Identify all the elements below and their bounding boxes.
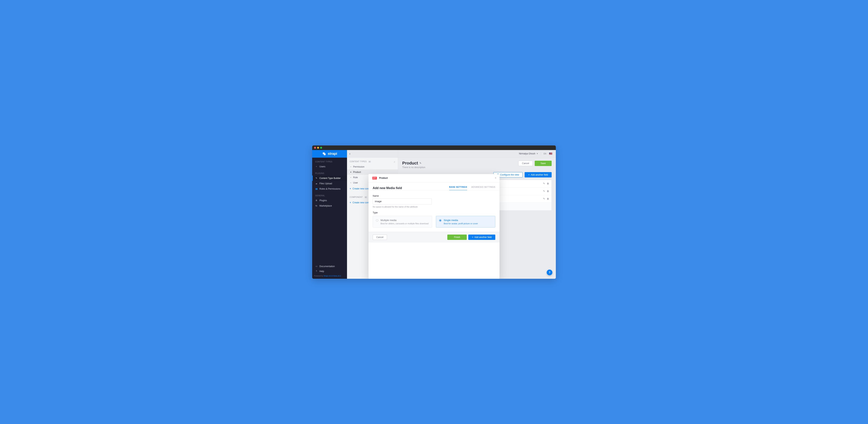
back-chevron-icon[interactable]: ‹ [349,152,350,156]
sidebar-item-label: Users [319,165,325,168]
modal-tabs: BASE SETTINGS ADVANCED SETTINGS [449,186,495,190]
radio-icon [376,219,378,222]
sb-section-plugins: PLUGINS [312,169,347,176]
component-group-title: COMPONENT [350,196,363,198]
type-title: Single media [444,219,478,222]
user-name: Nirmalya Ghosh [519,152,535,155]
cancel-button[interactable]: Cancel [518,161,533,166]
flag-icon[interactable] [549,152,552,155]
tab-advanced-settings[interactable]: ADVANCED SETTINGS [471,186,495,190]
sidebar-item-label: Roles & Permissions [319,187,341,190]
brush-icon: ✎ [315,177,317,179]
help-icon: ? [315,270,317,272]
modal-cancel-button[interactable]: Cancel [373,235,387,240]
name-label: Name [373,194,495,197]
type-option-multiple[interactable]: Multiple media Best for sliders, carouse… [373,216,432,228]
sidebar-item-label: Plugins [319,199,327,202]
modal-title: Add new Media field [373,186,402,190]
modal-add-another-button[interactable]: + Add another field [468,235,495,240]
ct-count-badge: 4 [368,161,371,162]
modal-body: Name No space is allowed for the name of… [369,190,499,232]
sidebar-item-files[interactable]: ☁ Files Upload [312,181,347,186]
modal-crumb: Product [379,177,388,179]
sb-section-general: GENERAL [312,191,347,198]
edit-title-icon[interactable]: ✎ [420,162,422,164]
edit-field-icon[interactable]: ✎ [543,190,545,192]
chevron-down-icon: ▼ [536,153,538,155]
name-input[interactable] [373,199,432,205]
ct-item-label: User [353,181,358,184]
title-text: Product [402,161,418,165]
type-label: Type [373,211,495,214]
edit-field-icon[interactable]: ✎ [543,198,545,200]
topbar: Nirmalya Ghosh ▼ EN [398,150,556,158]
modal-head: Add new Media field BASE SETTINGS ADVANC… [369,182,499,190]
help-bubble[interactable]: ? [547,270,552,275]
bullet-icon: • [315,165,317,168]
tab-base-settings[interactable]: BASE SETTINGS [449,186,467,190]
type-title: Multiple media [380,219,429,222]
sidebar-item-roles[interactable]: 👥 Roles & Permissions [312,186,347,191]
finish-button[interactable]: Finish [447,235,467,240]
delete-field-icon[interactable]: 🗑 [547,198,549,200]
type-sub: Best for avatar, profil picture or cover [444,222,478,225]
ct-item-permission[interactable]: Permission [347,164,398,170]
save-button[interactable]: Save [535,161,552,166]
user-menu[interactable]: Nirmalya Ghosh ▼ [519,152,538,155]
bullet-icon [350,166,351,167]
add-field-button[interactable]: + Add another field [525,172,552,177]
modal-breadcrumb: CT Product × [369,174,499,182]
search-icon[interactable]: ⌕ [394,160,395,163]
type-options: Multiple media Best for sliders, carouse… [373,216,495,228]
configure-label: Configure the view [500,174,519,176]
bullet-icon [350,177,351,178]
ct-item-label: Product [353,171,361,174]
content-header: Product ✎ There is no description Cancel… [398,158,556,169]
powered-by: Powered by Strapi v3.0.0-beta.18.3 [312,274,347,278]
plus-icon: + [528,174,530,176]
brand[interactable]: strapi [312,150,347,158]
ct-item-label: Permission [353,165,364,168]
people-icon: 👥 [315,188,317,190]
powered-link[interactable]: Strapi v3.0.0-beta.18.3 [323,275,341,277]
sidebar-item-plugins[interactable]: ≣ Plugins [312,198,347,203]
window-min-dot[interactable] [317,147,319,149]
sidebar-item-marketplace[interactable]: 🛍 Marketplace [312,203,347,209]
midpanel-top: ‹ [347,150,398,158]
component-count-badge: 0 [365,196,367,198]
ct-item-label: Role [353,176,358,179]
ct-badge: CT [372,177,377,180]
bag-icon: 🛍 [315,205,317,207]
powered-prefix: Powered by [314,275,323,277]
name-hint: No space is allowed for the name of the … [373,206,495,208]
modal-footer: Cancel Finish + Add another field [369,232,499,243]
sidebar-item-users[interactable]: • Users [312,164,347,169]
macos-titlebar [312,146,556,150]
page-title: Product ✎ [402,161,425,165]
plus-icon: + [472,236,473,239]
lang-label[interactable]: EN [544,153,546,155]
delete-field-icon[interactable]: 🗑 [547,182,549,185]
edit-field-icon[interactable]: ✎ [543,182,545,185]
sidebar-item-ctb[interactable]: ✎ Content Type Builder [312,176,347,181]
sidebar-item-label: Marketplace [319,205,332,207]
strapi-logo-icon [322,152,326,156]
close-icon[interactable]: × [495,176,496,180]
sb-section-contenttypes: CONTENT TYPES [312,158,347,164]
sidebar-item-help[interactable]: ? Help [312,269,347,274]
window-close-dot[interactable] [314,147,316,149]
ct-group-head: CONTENT TYPES 4 ⌕ [347,158,398,164]
sidebar-item-label: Content Type Builder [319,177,341,180]
ct-group-title: CONTENT TYPES [350,160,367,162]
sidebar: strapi CONTENT TYPES • Users PLUGINS ✎ C… [312,150,347,279]
type-option-single[interactable]: Single media Best for avatar, profil pic… [436,216,495,228]
list-icon: ≣ [315,199,317,202]
brand-label: strapi [328,152,337,156]
window-max-dot[interactable] [320,147,322,149]
bullet-icon [350,182,351,183]
delete-field-icon[interactable]: 🗑 [547,190,549,192]
type-sub: Best for sliders, carousels or multiple … [380,222,429,225]
radio-icon [439,219,441,222]
sidebar-item-docs[interactable]: ▭ Documentation [312,264,347,269]
upload-icon: ☁ [315,182,317,184]
